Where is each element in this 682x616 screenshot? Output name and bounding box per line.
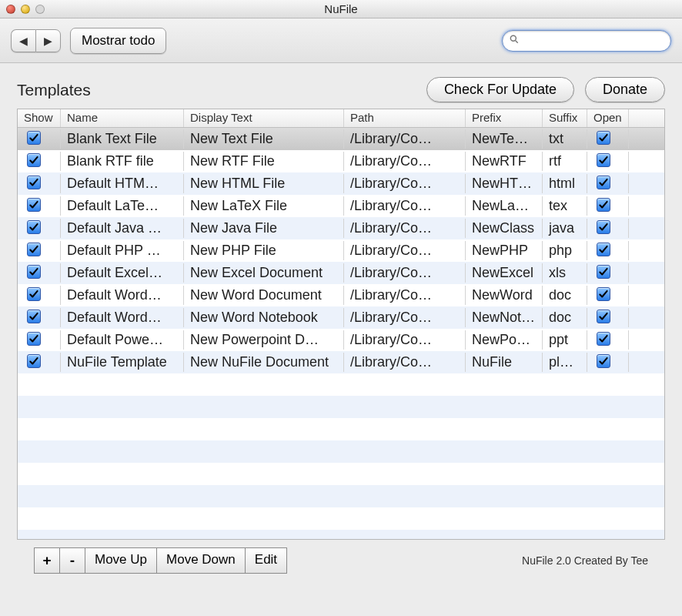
cell-show[interactable] [18,152,61,171]
table-row[interactable]: Default Excel…New Excel Document/Library… [18,262,664,284]
cell-path: /Library/Co… [344,152,466,171]
cell-show[interactable] [18,219,61,238]
cell-name: Default Word… [61,286,184,305]
table-row[interactable]: NuFile TemplateNew NuFile Document/Libra… [18,351,664,373]
checkbox-checked-icon[interactable] [27,310,41,323]
checkbox-checked-icon[interactable] [597,198,610,212]
move-down-button[interactable]: Move Down [156,547,246,574]
checkbox-checked-icon[interactable] [27,220,41,234]
cell-path: /Library/Co… [344,219,466,238]
cell-path: /Library/Co… [344,129,466,149]
table-body[interactable]: Blank Text FileNew Text File/Library/Co…… [18,128,664,539]
edit-button[interactable]: Edit [245,547,287,574]
cell-name: Blank RTF file [61,152,184,171]
checkbox-checked-icon[interactable] [27,131,41,145]
cell-show[interactable] [18,308,61,327]
cell-path: /Library/Co… [344,196,466,216]
cell-open[interactable] [587,286,629,305]
cell-show[interactable] [18,129,61,149]
checkbox-checked-icon[interactable] [27,243,41,256]
cell-show[interactable] [18,241,61,260]
cell-show[interactable] [18,330,61,350]
col-display[interactable]: Display Text [184,109,344,127]
cell-name: Default Excel… [61,263,184,283]
checkbox-checked-icon[interactable] [597,243,610,256]
table-header: Show Name Display Text Path Prefix Suffi… [18,109,664,128]
col-show[interactable]: Show [18,109,61,127]
col-name[interactable]: Name [61,109,184,127]
cell-open[interactable] [587,152,629,171]
cell-open[interactable] [587,330,629,350]
cell-show[interactable] [18,263,61,283]
cell-open[interactable] [587,263,629,283]
col-spacer [629,109,664,127]
back-button[interactable]: ◀ [11,29,35,52]
checkbox-checked-icon[interactable] [27,265,41,279]
cell-suffix: txt [543,129,587,149]
cell-path: /Library/Co… [344,263,466,283]
col-open[interactable]: Open [587,109,629,127]
cell-spacer [629,361,664,364]
table-row[interactable]: Default Word…New Word Document/Library/C… [18,284,664,306]
checkbox-checked-icon[interactable] [597,220,610,234]
cell-open[interactable] [587,308,629,327]
cell-prefix: NewHTML [466,174,543,193]
col-suffix[interactable]: Suffix [543,109,587,127]
cell-display: New LaTeX File [184,196,344,216]
table-row[interactable]: Default Word…New Word Notebook/Library/C… [18,306,664,329]
cell-open[interactable] [587,353,629,372]
cell-spacer [629,316,664,320]
cell-suffix: php [543,241,587,260]
cell-suffix: java [543,219,587,238]
table-row[interactable]: Default HTM…New HTML File/Library/Co…New… [18,172,664,195]
checkbox-checked-icon[interactable] [597,354,610,368]
cell-prefix: NewLaTeX [466,196,543,216]
cell-prefix: NewRTF [466,152,543,171]
cell-show[interactable] [18,174,61,193]
cell-open[interactable] [587,241,629,260]
col-prefix[interactable]: Prefix [466,109,543,127]
window-title: NuFile [0,2,682,15]
cell-suffix: pl… [543,353,587,372]
remove-button[interactable]: - [59,547,85,574]
cell-open[interactable] [587,196,629,216]
checkbox-checked-icon[interactable] [27,176,41,189]
cell-show[interactable] [18,196,61,216]
forward-button[interactable]: ▶ [35,29,61,52]
cell-open[interactable] [587,174,629,193]
checkbox-checked-icon[interactable] [27,287,41,301]
cell-open[interactable] [587,129,629,149]
checkbox-checked-icon[interactable] [597,153,610,167]
move-up-button[interactable]: Move Up [85,547,157,574]
donate-button[interactable]: Donate [585,77,665,102]
checkbox-checked-icon[interactable] [27,153,41,167]
checkbox-checked-icon[interactable] [27,332,41,346]
show-all-button[interactable]: Mostrar todo [70,28,166,54]
checkbox-checked-icon[interactable] [597,176,610,189]
search-field-wrap [502,30,671,52]
table-row[interactable]: Blank RTF fileNew RTF File/Library/Co…Ne… [18,150,664,172]
table-row[interactable]: Default Powe…New Powerpoint D…/Library/C… [18,329,664,351]
cell-open[interactable] [587,219,629,238]
checkbox-checked-icon[interactable] [597,332,610,346]
cell-show[interactable] [18,286,61,305]
cell-prefix: NewPHP [466,241,543,260]
cell-spacer [629,160,664,163]
cell-prefix: NewPo… [466,330,543,350]
col-path[interactable]: Path [344,109,466,127]
table-row[interactable]: Default LaTe…New LaTeX File/Library/Co…N… [18,195,664,217]
cell-show[interactable] [18,353,61,372]
checkbox-checked-icon[interactable] [597,310,610,323]
checkbox-checked-icon[interactable] [597,265,610,279]
checkbox-checked-icon[interactable] [27,198,41,212]
table-row[interactable]: Default PHP …New PHP File/Library/Co…New… [18,239,664,262]
table-row[interactable]: Default Java …New Java File/Library/Co…N… [18,217,664,239]
table-row[interactable]: Blank Text FileNew Text File/Library/Co…… [18,128,664,150]
checkbox-checked-icon[interactable] [27,354,41,368]
check-update-button[interactable]: Check For Update [426,77,574,102]
content-area: Templates Check For Update Donate Show N… [0,63,682,581]
checkbox-checked-icon[interactable] [597,287,610,301]
search-input[interactable] [502,30,671,52]
add-button[interactable]: + [34,547,60,574]
checkbox-checked-icon[interactable] [597,131,610,145]
